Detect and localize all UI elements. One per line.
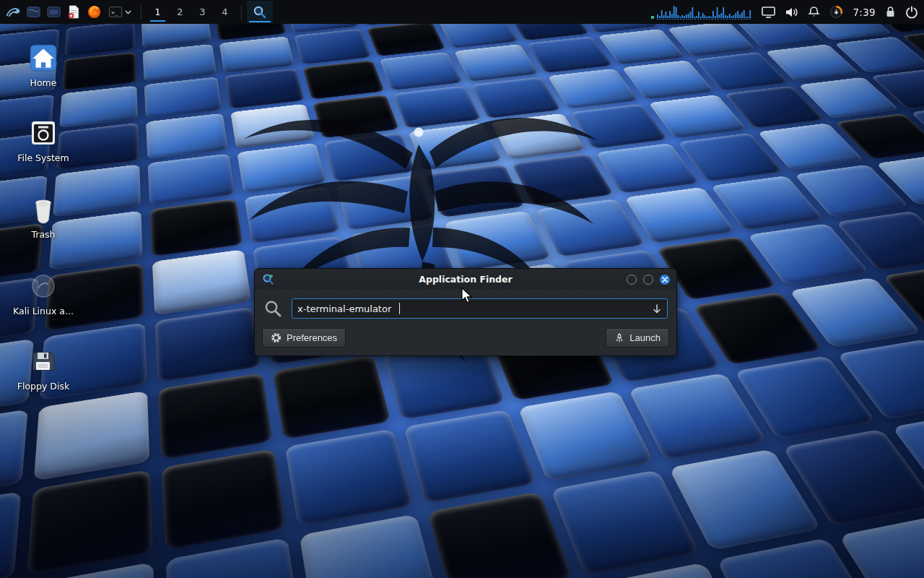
terminal-selector-button[interactable]: >_ — [104, 1, 136, 22]
folder-button[interactable] — [43, 1, 64, 22]
workspace-4[interactable]: 4 — [214, 1, 236, 23]
kali-docs-icon — [29, 272, 58, 301]
cube — [27, 470, 152, 576]
desktop-icon-label: Kali Linux a... — [13, 306, 74, 316]
clock[interactable]: 7:39 — [853, 7, 876, 18]
arrow-down-icon — [652, 303, 662, 314]
application-finder-window: Application Finder x-terminal-emulator — [254, 268, 677, 356]
system-tray: 7:39 — [651, 4, 918, 21]
desktop-icon-trash[interactable]: Trash — [9, 194, 78, 240]
text-editor-icon — [66, 4, 81, 20]
text-editor-button[interactable] — [64, 1, 84, 22]
cube — [0, 491, 21, 578]
desktop-icon-label: Trash — [31, 229, 55, 240]
cube — [427, 491, 573, 578]
notifications-bell-icon[interactable] — [808, 6, 820, 18]
launch-icon — [614, 332, 624, 343]
lock-screen-icon[interactable] — [885, 6, 896, 18]
cube — [285, 428, 414, 526]
workspace-1[interactable]: 1 — [147, 1, 169, 23]
app-finder-window-icon — [262, 273, 274, 285]
kali-dragon-logo — [180, 58, 686, 419]
cube — [404, 410, 536, 504]
minimize-button[interactable] — [627, 275, 637, 285]
logout-power-icon[interactable] — [905, 6, 918, 19]
firefox-icon — [87, 4, 102, 20]
floppy-disk-icon — [29, 347, 58, 376]
search-icon — [263, 299, 283, 319]
search-input[interactable]: x-terminal-emulator — [292, 298, 668, 319]
file-manager-button[interactable] — [23, 1, 43, 22]
launch-label: Launch — [629, 332, 661, 343]
taskbar-application-finder[interactable] — [247, 1, 273, 23]
top-panel: >_ 1 2 3 4 — [0, 0, 924, 24]
home-icon — [28, 43, 58, 73]
desktop-icon-floppy-disk[interactable]: Floppy Disk — [9, 345, 78, 392]
window-title: Application Finder — [419, 274, 512, 285]
panel-separator — [141, 5, 141, 20]
svg-text:>_: >_ — [111, 9, 118, 15]
desktop-icon-file-system[interactable]: File System — [9, 117, 78, 163]
launch-button[interactable]: Launch — [606, 328, 669, 348]
desktop-icon-label: Home — [30, 77, 57, 88]
desktop-icon-label: Floppy Disk — [17, 381, 69, 392]
chevron-down-icon — [125, 10, 131, 14]
text-caret — [399, 303, 400, 314]
cube — [838, 514, 924, 578]
folder-icon — [46, 4, 61, 20]
trash-icon — [29, 194, 58, 225]
workspace-3[interactable]: 3 — [191, 1, 214, 23]
search-input-value: x-terminal-emulator — [297, 303, 391, 314]
preferences-label: Preferences — [287, 332, 337, 343]
kali-logo-icon — [5, 4, 21, 20]
workspace-2[interactable]: 2 — [169, 1, 191, 23]
gear-icon — [271, 332, 282, 343]
cube — [34, 391, 149, 481]
desktop-icon-label: File System — [17, 152, 69, 163]
file-manager-icon — [26, 4, 41, 20]
tray-status-icon[interactable] — [829, 5, 843, 19]
preferences-button[interactable]: Preferences — [262, 328, 346, 348]
mouse-cursor — [460, 288, 474, 303]
desktop-icon-home[interactable]: Home — [9, 42, 78, 88]
desktop-icon-kali-docs[interactable]: Kali Linux a... — [9, 270, 78, 316]
cube — [367, 22, 445, 56]
firefox-button[interactable] — [84, 1, 104, 22]
dropdown-arrow-button[interactable] — [652, 303, 662, 314]
close-button[interactable] — [660, 275, 670, 285]
titlebar[interactable]: Application Finder — [255, 269, 676, 290]
panel-separator — [241, 5, 242, 20]
terminal-icon: >_ — [108, 6, 123, 19]
kali-menu-button[interactable] — [3, 1, 23, 22]
cpu-graph[interactable] — [651, 4, 752, 21]
close-x-icon — [662, 277, 668, 282]
cube — [162, 449, 286, 551]
display-icon[interactable] — [762, 7, 775, 18]
file-system-icon — [29, 118, 58, 147]
volume-icon[interactable] — [785, 7, 798, 18]
workspace-switcher: 1 2 3 4 — [147, 1, 236, 23]
dragon-eye-dot — [414, 128, 424, 137]
cube — [0, 409, 28, 503]
magnifier-icon — [253, 5, 267, 20]
maximize-button[interactable] — [643, 275, 653, 285]
cube — [300, 514, 440, 578]
